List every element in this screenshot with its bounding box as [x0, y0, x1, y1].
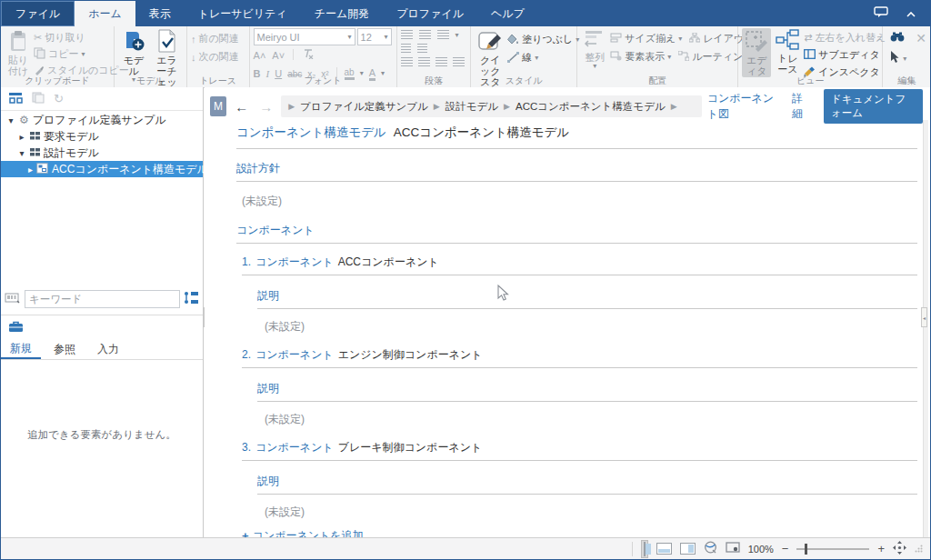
divider — [242, 367, 917, 368]
line-button[interactable]: 線▾ — [507, 50, 579, 65]
doc-title[interactable]: ACCコンポーネント構造モデル — [394, 125, 569, 139]
sync-icon[interactable]: ↻ — [54, 92, 64, 105]
tab-profile[interactable]: プロファイル — [383, 1, 477, 26]
fill-button[interactable]: 塗りつぶし▾ — [507, 32, 579, 47]
tree-item-profile-sample[interactable]: ▾ ⚙ プロファイル定義サンプル — [1, 112, 203, 128]
desc-value[interactable]: (未設定) — [265, 505, 917, 520]
numbered-list-icon[interactable] — [419, 30, 431, 40]
section-components: コンポーネント — [236, 223, 917, 238]
expander-icon[interactable]: ▾ — [6, 115, 15, 125]
breadcrumb[interactable]: ▶ プロファイル定義サンプル ▶ 設計モデル ▶ ACCコンポーネント構造モデル… — [281, 95, 701, 117]
model-tree-icon[interactable] — [8, 92, 23, 106]
breadcrumb-item[interactable]: プロファイル定義サンプル — [300, 100, 428, 114]
next-relation-button[interactable]: ↓次の関連 — [191, 49, 239, 65]
hsplit-pane-button[interactable] — [656, 543, 672, 555]
routing-icon — [678, 51, 689, 63]
zoom-slider-thumb[interactable] — [805, 544, 807, 555]
right-splitter[interactable] — [923, 120, 928, 538]
expander-icon[interactable]: ▸ — [28, 165, 33, 175]
toolbox-icon[interactable] — [8, 321, 24, 335]
align-button[interactable]: 整列 ▾ — [581, 29, 608, 71]
size-align-button[interactable]: サイズ揃え▾ — [610, 31, 682, 46]
keyword-type-icon[interactable] — [5, 290, 21, 309]
view-link-component-diagram[interactable]: コンポーネント図 — [707, 91, 777, 122]
trace-view-button[interactable]: トレース — [773, 28, 802, 75]
layout-icon — [689, 33, 700, 45]
tab-traceability[interactable]: トレーサビリティ — [185, 1, 301, 26]
grow-font-icon[interactable]: A˄ — [254, 50, 266, 61]
model-package-icon — [30, 130, 40, 143]
element-view-button[interactable]: 要素表示▾ — [610, 49, 671, 65]
ribbon-group-trace: ↑前の関連 ↓次の関連 トレース — [187, 26, 250, 87]
tab-home[interactable]: ホーム — [75, 1, 135, 26]
vsplit-pane-button[interactable] — [680, 543, 696, 555]
align-center-icon[interactable] — [418, 57, 430, 67]
tab-view[interactable]: 表示 — [135, 1, 185, 26]
breadcrumb-item[interactable]: ACCコンポーネント構造モデル — [516, 100, 666, 114]
keyword-search-input[interactable] — [25, 290, 180, 308]
desc-value[interactable]: (未設定) — [265, 319, 917, 335]
expander-icon[interactable]: ▸ — [17, 132, 26, 142]
shrink-font-icon[interactable]: A˅ — [272, 50, 285, 61]
font-size-select[interactable]: 12▾ — [357, 28, 392, 45]
ribbon-group-edit: ✕ ▾ 編集 — [883, 26, 930, 87]
component-item-heading[interactable]: 3.コンポーネントブレーキ制御コンポーネント — [242, 440, 917, 455]
style-view-icon[interactable] — [704, 541, 717, 556]
view-link-detail[interactable]: 詳細 — [792, 91, 809, 122]
design-policy-value[interactable]: (未設定) — [242, 194, 917, 209]
presentation-icon[interactable] — [726, 542, 740, 556]
document-form: コンポーネント構造モデルACCコンポーネント構造モデル 設計方針 (未設定) コ… — [236, 120, 917, 544]
forward-icon[interactable]: → — [256, 99, 275, 115]
collapse-ribbon-icon[interactable] — [906, 7, 916, 20]
find-icon[interactable] — [890, 32, 905, 45]
desc-value[interactable]: (未設定) — [265, 412, 917, 427]
right-splitter-handle[interactable]: ◂ — [921, 307, 927, 327]
expander-icon[interactable]: ▾ — [17, 148, 26, 158]
pan-icon[interactable] — [893, 541, 906, 557]
copy-tree-icon[interactable] — [32, 92, 45, 106]
paste-button[interactable]: 貼り付け — [5, 28, 32, 77]
prev-relation-button[interactable]: ↑前の関連 — [191, 31, 239, 46]
breadcrumb-sep-icon: ▶ — [434, 102, 440, 111]
tab-help[interactable]: ヘルプ — [477, 1, 538, 26]
bullet-list-icon[interactable] — [401, 30, 413, 40]
align-left-icon[interactable] — [401, 57, 413, 67]
select-cursor-icon[interactable] — [890, 51, 900, 66]
error-check-icon — [155, 29, 177, 55]
tab-team[interactable]: チーム開発 — [301, 1, 384, 26]
multilevel-list-icon[interactable] — [437, 30, 449, 40]
sub-editor-button[interactable]: サブエディタ — [804, 47, 886, 63]
tree-item-design-model[interactable]: ▾ 設計モデル — [1, 145, 203, 161]
clear-format-icon[interactable] — [302, 49, 314, 62]
indent-icon[interactable] — [417, 44, 427, 54]
editor-view-button[interactable]: エディタ — [742, 28, 771, 77]
single-pane-button[interactable] — [641, 540, 648, 558]
model-icon — [121, 29, 146, 55]
tab-file[interactable]: ファイル — [1, 1, 75, 26]
model-package-icon — [30, 146, 40, 159]
filter-tree-icon[interactable] — [184, 291, 199, 307]
zoom-out-button[interactable]: − — [782, 542, 789, 555]
view-button-document-form[interactable]: ドキュメントフォーム — [824, 89, 923, 124]
align-right-icon[interactable] — [435, 57, 447, 67]
resize-grip[interactable] — [915, 543, 923, 555]
align-lines-icon — [584, 30, 606, 52]
tree-item-requirement-model[interactable]: ▸ 要求モデル — [1, 128, 203, 145]
font-family-select[interactable]: Meiryo UI▾ — [254, 28, 355, 45]
outdent-icon[interactable] — [401, 44, 411, 54]
component-item-heading[interactable]: 2.コンポーネントエンジン制御コンポーネント — [242, 347, 917, 363]
delete-icon[interactable]: ✕ — [916, 31, 926, 45]
component-item-heading[interactable]: 1.コンポーネントACCコンポーネント — [242, 255, 917, 270]
ribbon-group-clipboard: 貼り付け ✂切り取り コピー▾ スタイルのコピー クリップボード — [1, 26, 115, 87]
tab-input[interactable]: 入力 — [88, 339, 128, 359]
zoom-slider[interactable] — [796, 548, 869, 550]
breadcrumb-item[interactable]: 設計モデル — [445, 100, 498, 114]
tab-reference[interactable]: 参照 — [45, 339, 85, 359]
feedback-icon[interactable] — [874, 6, 888, 21]
tree-item-acc-component-model[interactable]: ▸ ACCコンポーネント構造モデル — [1, 161, 203, 177]
swap-lr-button[interactable]: ⇄左右を入れ替え — [804, 30, 886, 45]
tab-new[interactable]: 新規 — [1, 339, 41, 359]
justify-icon[interactable] — [453, 57, 465, 67]
zoom-in-button[interactable]: + — [877, 542, 885, 555]
back-icon[interactable]: ← — [232, 99, 251, 115]
